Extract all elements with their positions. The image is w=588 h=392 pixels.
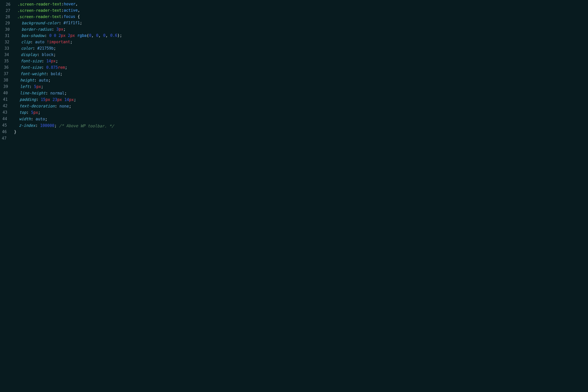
line-number: 39 xyxy=(3,83,8,90)
token-unit: rem xyxy=(58,64,65,71)
code-line[interactable]: font-size: 14px; xyxy=(11,58,588,64)
token-prop: height xyxy=(20,77,34,83)
code-area[interactable]: .screen-reader-text:hover,.screen-reader… xyxy=(9,0,588,148)
token-unit: px xyxy=(57,96,62,103)
code-editor[interactable]: 2627282930313233343536373839404142434445… xyxy=(0,0,588,148)
token-prop: display xyxy=(21,52,37,58)
token-val: bold xyxy=(51,70,60,77)
token-unit: px xyxy=(70,32,75,39)
token-prop: font-size xyxy=(20,58,42,64)
token-colon: : xyxy=(46,90,50,96)
token-prop: box-shadow xyxy=(21,32,44,39)
token-semi: ; xyxy=(38,109,41,116)
token-num: 0.6 xyxy=(110,32,118,38)
token-unit: px xyxy=(69,96,74,103)
token-val: #21759b xyxy=(37,45,54,52)
code-line[interactable]: color: #21759b; xyxy=(12,44,588,52)
line-number: 30 xyxy=(5,26,10,32)
line-number: 34 xyxy=(4,52,9,58)
token-prop: font-weight xyxy=(20,70,46,77)
token-prop: clip xyxy=(21,39,30,45)
token-punc: , xyxy=(78,7,80,14)
token-num: 0.875 xyxy=(46,64,58,71)
token-num: 100000 xyxy=(40,122,54,129)
token-num: 14 xyxy=(46,58,51,64)
token-num: 0 xyxy=(54,32,56,39)
line-number: 38 xyxy=(4,77,8,83)
token-semi: ; xyxy=(74,96,76,103)
line-number: 37 xyxy=(4,70,8,77)
line-number: 40 xyxy=(3,90,8,96)
token-colon: : xyxy=(30,39,35,45)
token-colon: : xyxy=(42,58,46,64)
token-colon: : xyxy=(61,14,64,20)
token-punc: , xyxy=(91,32,96,38)
token-num: 5 xyxy=(34,83,36,90)
token-colon: : xyxy=(29,83,34,90)
token-num: 0 xyxy=(49,32,52,39)
line-number: 43 xyxy=(2,109,7,116)
token-colon: : xyxy=(44,32,49,39)
line-number: 35 xyxy=(4,58,9,64)
token-colon: : xyxy=(55,103,60,109)
token-semi: ; xyxy=(80,20,82,26)
code-line[interactable]: display: block; xyxy=(12,51,588,58)
token-imp: !important xyxy=(47,39,70,45)
token-semi: ; xyxy=(54,45,56,52)
token-val: auto xyxy=(39,77,48,84)
token-punc: } xyxy=(14,128,16,135)
code-line[interactable]: font-size: 0.875rem; xyxy=(11,64,588,71)
token-semi: ; xyxy=(54,52,56,58)
token-unit: px xyxy=(36,83,41,90)
token-colon: : xyxy=(61,7,64,14)
token-colon: : xyxy=(32,45,37,52)
token-prop: left xyxy=(20,83,29,90)
line-number: 41 xyxy=(3,96,8,103)
token-prop: text-decoration xyxy=(20,103,55,109)
token-pseudo: hover xyxy=(64,1,76,7)
token-num: 3 xyxy=(56,26,59,32)
line-number: 29 xyxy=(5,20,10,26)
token-colon: : xyxy=(46,70,51,77)
token-num: 15 xyxy=(41,96,46,103)
line-number: 32 xyxy=(4,39,9,45)
line-number: 33 xyxy=(4,45,9,52)
token-punc: , xyxy=(98,32,103,38)
token-colon: : xyxy=(31,116,36,122)
token-colon: : xyxy=(42,64,46,71)
line-number: 31 xyxy=(5,32,10,39)
token-prop: line-height xyxy=(20,90,46,96)
line-number: 44 xyxy=(2,116,7,122)
line-number: 42 xyxy=(3,103,8,109)
token-num: 2 xyxy=(58,32,61,39)
token-prop: border-radius xyxy=(22,26,52,32)
token-punc xyxy=(52,32,54,39)
token-semi: ; xyxy=(70,39,72,45)
token-num: 5 xyxy=(31,109,34,116)
token-val: auto xyxy=(35,39,47,45)
token-paren: ( xyxy=(86,32,89,39)
token-colon: : xyxy=(62,1,64,7)
token-colon: : xyxy=(59,20,64,26)
token-punc xyxy=(66,32,68,39)
token-prop: width xyxy=(19,116,31,122)
token-val: auto xyxy=(36,116,45,122)
token-colon: : xyxy=(35,122,40,129)
token-colon: : xyxy=(34,77,39,84)
token-punc xyxy=(56,32,58,39)
token-num: 14 xyxy=(64,96,69,103)
token-sel: .screen-reader-text xyxy=(17,14,61,20)
token-sel: .screen-reader-text xyxy=(18,1,62,7)
line-number: 36 xyxy=(4,64,8,70)
token-punc: , xyxy=(76,1,78,7)
token-comment: /* Above WP toolbar. */ xyxy=(59,122,114,130)
token-punc: { xyxy=(75,14,80,20)
token-paren: ) xyxy=(117,32,120,38)
token-num: 0 xyxy=(89,32,91,39)
line-number: 45 xyxy=(2,122,7,128)
token-prop: color xyxy=(21,45,33,52)
line-number: 26 xyxy=(6,1,10,8)
token-punc xyxy=(62,96,64,103)
token-unit: px xyxy=(58,26,63,32)
token-prop: font-size xyxy=(20,64,42,70)
